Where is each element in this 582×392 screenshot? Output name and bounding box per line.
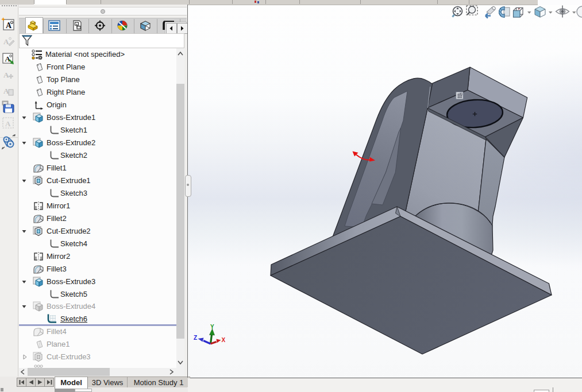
svg-text:A: A — [6, 21, 12, 30]
svg-text:Z: Z — [194, 335, 197, 341]
svg-text:X: X — [222, 337, 226, 343]
svg-text:Y: Y — [210, 324, 214, 330]
svg-text:A: A — [3, 37, 9, 46]
svg-text:A: A — [3, 71, 9, 79]
svg-text:A: A — [5, 119, 11, 128]
